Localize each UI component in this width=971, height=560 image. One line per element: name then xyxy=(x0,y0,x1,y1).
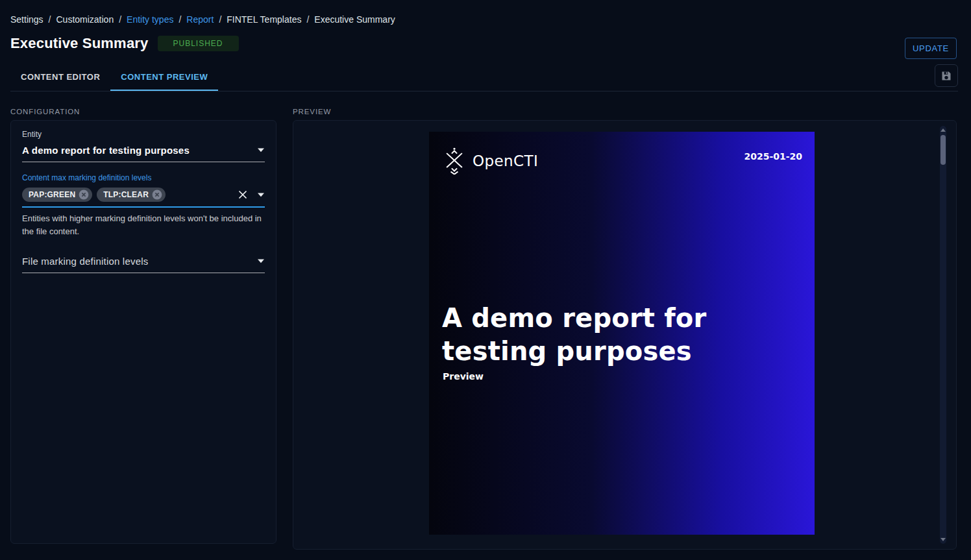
marking-helper-text: Entities with higher marking definition … xyxy=(22,212,265,238)
save-icon xyxy=(940,70,952,82)
breadcrumb-item-customization[interactable]: Customization xyxy=(56,14,114,25)
preview-section-label: PREVIEW xyxy=(293,108,331,116)
breadcrumb-separator: / xyxy=(306,14,309,25)
content-max-marking-label: Content max marking definition levels xyxy=(22,173,265,182)
clear-all-icon[interactable] xyxy=(238,189,248,200)
scroll-up-icon[interactable] xyxy=(940,128,946,132)
content-max-marking-input[interactable]: PAP:GREEN TLP:CLEAR xyxy=(22,188,265,208)
document-brand-name: OpenCTI xyxy=(473,152,538,169)
breadcrumb-separator: / xyxy=(49,14,51,25)
opencti-app: Settings/Customization/Entity types/Repo… xyxy=(0,0,971,560)
marking-chip-pap-green: PAP:GREEN xyxy=(22,188,92,202)
preview-panel: OpenCTI 2025-01-20 A demo report for tes… xyxy=(293,120,957,550)
entity-field-label: Entity xyxy=(22,130,265,139)
configuration-section-label: CONFIGURATION xyxy=(10,108,80,116)
tab-content-preview[interactable]: CONTENT PREVIEW xyxy=(110,62,218,91)
document-title: A demo report for testing purposes xyxy=(442,302,780,368)
breadcrumb-item-entity-types[interactable]: Entity types xyxy=(127,14,173,25)
marking-chip-label: PAP:GREEN xyxy=(29,190,75,199)
configuration-panel: Entity A demo report for testing purpose… xyxy=(10,120,277,544)
document-brand: OpenCTI xyxy=(444,147,538,175)
chevron-down-icon[interactable] xyxy=(257,259,265,263)
status-badge: PUBLISHED xyxy=(158,36,239,51)
file-marking-field: File marking definition levels xyxy=(22,256,265,273)
save-button[interactable] xyxy=(935,64,958,87)
content-max-marking-field: Content max marking definition levels PA… xyxy=(22,173,265,238)
preview-scrollbar[interactable] xyxy=(940,126,946,544)
breadcrumb-item-settings[interactable]: Settings xyxy=(10,14,43,25)
update-button[interactable]: UPDATE xyxy=(905,38,957,59)
document-preview-page: OpenCTI 2025-01-20 A demo report for tes… xyxy=(429,132,815,535)
entity-select-value: A demo report for testing purposes xyxy=(22,145,190,156)
tab-bar: CONTENT EDITOR CONTENT PREVIEW xyxy=(10,62,218,91)
chip-delete-icon[interactable] xyxy=(79,189,89,200)
breadcrumb-item-executive-summary: Executive Summary xyxy=(314,14,395,25)
document-subtitle: Preview xyxy=(443,371,484,382)
breadcrumb-item-fintel-templates[interactable]: FINTEL Templates xyxy=(227,14,301,25)
tabs-divider xyxy=(10,91,958,91)
breadcrumb-separator: / xyxy=(219,14,221,25)
opencti-logo-icon xyxy=(444,147,465,175)
breadcrumb: Settings/Customization/Entity types/Repo… xyxy=(10,14,395,25)
entity-field: Entity A demo report for testing purpose… xyxy=(22,130,265,162)
chevron-down-icon[interactable] xyxy=(257,193,265,197)
chevron-down-icon[interactable] xyxy=(257,148,265,152)
file-marking-select[interactable]: File marking definition levels xyxy=(22,256,265,273)
title-row: Executive Summary PUBLISHED xyxy=(10,35,239,52)
document-date: 2025-01-20 xyxy=(744,151,802,162)
breadcrumb-separator: / xyxy=(119,14,121,25)
tab-content-editor[interactable]: CONTENT EDITOR xyxy=(10,62,110,91)
scrollbar-thumb[interactable] xyxy=(940,135,946,165)
page-title: Executive Summary xyxy=(10,35,149,52)
entity-select[interactable]: A demo report for testing purposes xyxy=(22,145,265,162)
scroll-down-icon[interactable] xyxy=(940,538,946,541)
breadcrumb-item-report[interactable]: Report xyxy=(186,14,214,25)
file-marking-label: File marking definition levels xyxy=(22,256,148,267)
breadcrumb-separator: / xyxy=(178,14,181,25)
marking-chip-label: TLP:CLEAR xyxy=(103,190,149,199)
marking-chip-tlp-clear: TLP:CLEAR xyxy=(97,188,166,202)
chip-delete-icon[interactable] xyxy=(152,189,162,200)
